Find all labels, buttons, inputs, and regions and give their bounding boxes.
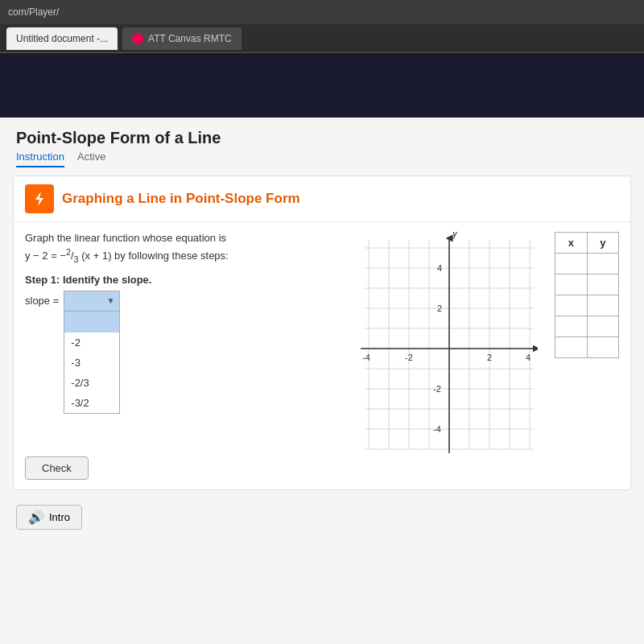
table-row: [555, 316, 619, 337]
slope-dropdown[interactable]: ▼: [64, 291, 120, 312]
check-button[interactable]: Check: [25, 456, 89, 480]
slope-dropdown-container[interactable]: ▼ -2 -3 -2/3 -3/2: [64, 291, 120, 312]
svg-text:2: 2: [487, 353, 492, 362]
url-display: com/Player/: [8, 6, 59, 18]
xy-table-panel: x y: [555, 232, 619, 480]
table-row: [555, 275, 619, 295]
svg-text:x: x: [537, 342, 538, 353]
step1-label: Step 1: Identify the slope.: [25, 274, 336, 286]
xy-table: x y: [555, 232, 619, 358]
page-header: Point-Slope Form of a Line Instruction A…: [0, 118, 644, 167]
dropdown-arrow-icon: ▼: [106, 296, 114, 305]
tab-untitled-label: Untitled document -...: [16, 33, 108, 44]
tab-instruction[interactable]: Instruction: [16, 151, 64, 167]
main-card: Graphing a Line in Point-Slope Form Grap…: [13, 175, 631, 490]
dropdown-option-minus3[interactable]: -3: [64, 353, 119, 373]
svg-marker-0: [35, 192, 43, 206]
card-icon: [25, 184, 54, 213]
intro-button[interactable]: 🔊 Intro: [16, 505, 82, 530]
table-col-y: y: [587, 233, 619, 254]
table-row: [555, 295, 619, 316]
att-icon: [132, 33, 143, 44]
tab-untitled[interactable]: Untitled document -...: [6, 27, 118, 50]
tab-active-status: Active: [77, 151, 105, 167]
svg-text:-2: -2: [405, 353, 413, 362]
tab-att[interactable]: ATT Canvas RMTC: [122, 27, 242, 50]
card-header: Graphing a Line in Point-Slope Form: [14, 176, 630, 222]
dropdown-option-blank[interactable]: [64, 312, 119, 332]
table-cell-x3[interactable]: [555, 295, 588, 316]
tab-att-label: ATT Canvas RMTC: [148, 33, 232, 44]
table-col-x: x: [555, 233, 588, 254]
svg-text:-4: -4: [433, 424, 441, 434]
table-cell-y5[interactable]: [587, 337, 619, 358]
graph-panel: -4 -2 2 4 4 2 -2 -4 x y: [349, 232, 542, 480]
dropdown-open-list: -2 -3 -2/3 -3/2: [64, 312, 120, 414]
slope-row: slope = ▼ -2 -3 -2/3 -3/2: [25, 291, 336, 312]
svg-text:-4: -4: [362, 353, 370, 362]
card-body: Graph the linear function whose equation…: [14, 222, 630, 489]
svg-text:4: 4: [526, 353, 530, 362]
left-panel: Graph the linear function whose equation…: [25, 232, 336, 480]
svg-text:-2: -2: [433, 384, 441, 394]
coordinate-graph: -4 -2 2 4 4 2 -2 -4 x y: [353, 232, 538, 457]
svg-text:2: 2: [437, 303, 442, 313]
dropdown-option-minus2[interactable]: -2: [64, 332, 119, 353]
page-title: Point-Slope Form of a Line: [16, 129, 628, 147]
intro-button-label: Intro: [49, 511, 70, 523]
table-row: [555, 337, 619, 358]
equation-intro: Graph the linear function whose equation…: [25, 232, 336, 244]
header-band: [0, 53, 644, 118]
equation-math: y − 2 = −2/3 (x + 1) by following these …: [25, 247, 336, 264]
table-cell-x5[interactable]: [555, 337, 588, 358]
dropdown-option-minus3-2[interactable]: -3/2: [64, 393, 119, 413]
table-cell-y3[interactable]: [587, 295, 619, 316]
tab-bar: Untitled document -... ATT Canvas RMTC: [0, 24, 644, 53]
table-cell-x4[interactable]: [555, 316, 588, 337]
bottom-bar: 🔊 Intro: [0, 498, 644, 536]
card-title: Graphing a Line in Point-Slope Form: [62, 191, 300, 207]
check-btn-row: Check: [25, 456, 336, 480]
table-cell-y4[interactable]: [587, 316, 619, 337]
browser-bar: com/Player/: [0, 0, 644, 24]
svg-text:4: 4: [437, 263, 442, 273]
lightning-icon: [31, 190, 48, 208]
dropdown-option-minus2-3[interactable]: -2/3: [64, 373, 119, 393]
table-cell-x1[interactable]: [555, 254, 588, 275]
table-cell-y1[interactable]: [587, 254, 619, 275]
table-cell-y2[interactable]: [587, 275, 619, 295]
slope-text: slope =: [25, 291, 59, 312]
table-row: [555, 254, 619, 275]
page-nav-tabs: Instruction Active: [16, 151, 628, 167]
svg-text:y: y: [452, 232, 458, 239]
table-cell-x2[interactable]: [555, 275, 588, 295]
speaker-icon: 🔊: [28, 510, 44, 525]
page-wrapper: Point-Slope Form of a Line Instruction A…: [0, 118, 644, 644]
